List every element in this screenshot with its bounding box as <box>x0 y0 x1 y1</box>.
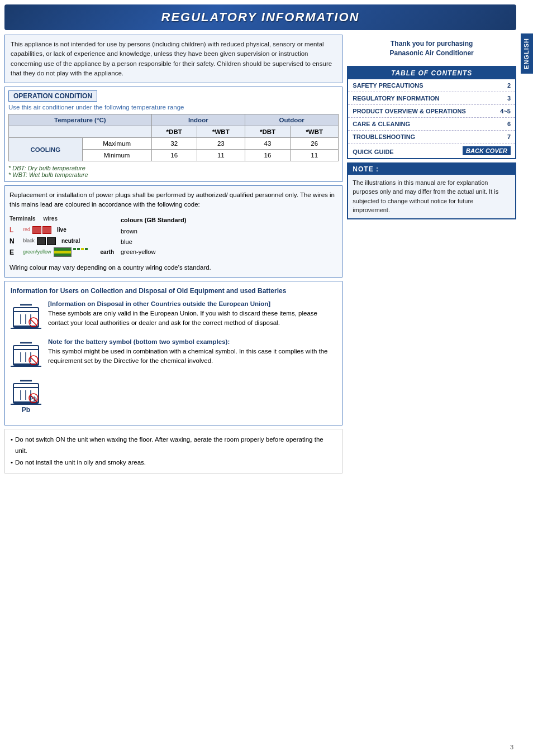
temp-col-header: Temperature (°C) <box>9 114 152 126</box>
operation-condition-subtitle: Use this air conditioner under the follo… <box>8 104 339 111</box>
toc-care-title: CARE & CLEANING <box>353 121 494 127</box>
toc-backcover-label: BACK COVER <box>463 146 511 155</box>
note-box: NOTE : The illustrations in this manual … <box>347 162 516 219</box>
toc-box: TABLE OF CONTENTS SAFETY PRECAUTIONS 2 R… <box>347 66 516 159</box>
black-sub: black <box>23 237 35 245</box>
operation-condition-title: OPERATION CONDITION <box>8 90 97 102</box>
max-indoor-dbt: 32 <box>151 138 197 150</box>
toc-safety-page: 2 <box>494 82 511 89</box>
n-terminal-row: N black neutral <box>9 236 114 246</box>
intro-box: This appliance is not intended for use b… <box>4 35 342 83</box>
outdoor-dbt-header: *DBT <box>245 126 290 138</box>
earth-hash-1 <box>73 248 76 250</box>
outdoor-col-header: Outdoor <box>245 114 338 126</box>
cooling-label: COOLING <box>9 138 83 161</box>
toc-quickguide-title: QUICK GUIDE <box>353 149 393 155</box>
toc-item-quickguide: QUICK GUIDE BACK COVER <box>348 143 515 158</box>
disposal-row-1: [Information on Disposal in other Countr… <box>11 299 336 332</box>
bullet-dot-2: • <box>11 457 13 468</box>
toc-item-safety: SAFETY PRECAUTIONS 2 <box>348 79 515 92</box>
l-connector <box>32 226 51 234</box>
english-tab: ENGLISH <box>521 34 533 74</box>
e-connector <box>54 247 95 257</box>
disposal-text-2: Note for the battery symbol (bottom two … <box>48 337 336 366</box>
disposal-title: Information for Users on Collection and … <box>11 287 336 295</box>
indoor-dbt-header: *DBT <box>151 126 197 138</box>
toc-troubleshooting-title: TROUBLESHOOTING <box>353 133 494 140</box>
disposal-eu-text: These symbols are only valid in the Euro… <box>48 310 317 326</box>
pb-icon: Pb Pb <box>11 375 41 414</box>
wiring-footer: Wiring colour may vary depending on a co… <box>9 263 337 272</box>
page-number: 3 <box>510 744 513 750</box>
l-terminal-row: L red live <box>9 225 114 235</box>
l-conn-1 <box>32 226 41 234</box>
thankyou-box: Thank you for purchasing Panasonic Air C… <box>347 35 516 63</box>
min-label: Minimum <box>82 150 151 161</box>
min-indoor-dbt: 16 <box>151 150 197 161</box>
disposal-battery-text: This symbol might be used in combination… <box>48 348 327 364</box>
main-title: REGULATORY INFORMATION <box>4 4 516 30</box>
bottom-bullets: • Do not switch ON the unit when waxing … <box>4 429 342 473</box>
note-content: The illustrations in this manual are for… <box>348 175 515 218</box>
outdoor-wbt-header: *WBT <box>291 126 339 138</box>
colour-brown: brown <box>121 227 186 236</box>
disposal-eu-heading: [Information on Disposal in other Countr… <box>48 300 270 307</box>
toc-product-page: 4~5 <box>494 108 511 114</box>
thankyou-line1: Thank you for purchasing <box>351 39 512 49</box>
earth-hash-3 <box>81 248 84 250</box>
temperature-table: Temperature (°C) Indoor Outdoor *DBT *WB… <box>8 114 339 161</box>
red-sub: red <box>23 226 30 234</box>
dbt-note: * DBT: Dry bulb temperature <box>8 165 339 171</box>
toc-regulatory-page: 3 <box>494 95 511 102</box>
bullet-text-1: Do not switch ON the unit when waxing th… <box>15 434 336 457</box>
l-label: L <box>9 225 21 235</box>
max-label: Maximum <box>82 138 151 150</box>
toc-safety-title: SAFETY PRECAUTIONS <box>353 82 494 89</box>
earth-hash-4 <box>85 248 88 250</box>
wiring-box: Replacement or installation of power plu… <box>4 185 342 277</box>
n-conn-1 <box>37 237 46 245</box>
table-row: COOLING Maximum 32 23 43 26 <box>9 138 339 150</box>
neutral-label: neutral <box>61 237 80 245</box>
bullet-2: • Do not install the unit in oily and sm… <box>11 457 336 468</box>
toc-item-regulatory: REGULATORY INFORMATION 3 <box>348 92 515 105</box>
bullet-dot-1: • <box>11 434 13 457</box>
l-conn-2 <box>42 226 51 234</box>
toc-regulatory-title: REGULATORY INFORMATION <box>353 95 494 102</box>
weee-icon-1 <box>11 299 41 332</box>
terminals-header: Terminals <box>9 216 36 222</box>
colour-green-yellow: green-yellow <box>121 247 186 257</box>
toc-care-page: 6 <box>494 121 511 127</box>
e-stripe-green2 <box>54 253 71 256</box>
svg-line-9 <box>30 319 37 326</box>
n-label: N <box>9 236 21 246</box>
thankyou-line2: Panasonic Air Conditioner <box>351 49 512 58</box>
wiring-intro: Replacement or installation of power plu… <box>9 190 337 210</box>
green-yellow-sub: green/yellow <box>23 248 51 256</box>
live-label: live <box>57 226 66 234</box>
toc-item-troubleshooting: TROUBLESHOOTING 7 <box>348 131 515 143</box>
disposal-battery-heading: Note for the battery symbol (bottom two … <box>48 338 230 345</box>
terminal-diagram: Terminals wires L red <box>9 214 114 259</box>
wiring-colours: colours (GB Standard) brown blue green-y… <box>121 214 186 258</box>
table-notes: * DBT: Dry bulb temperature * WBT: Wet b… <box>8 165 339 178</box>
bullet-1: • Do not switch ON the unit when waxing … <box>11 434 336 457</box>
toc-item-product: PRODUCT OVERVIEW & OPERATIONS 4~5 <box>348 105 515 118</box>
wires-header: wires <box>43 216 58 222</box>
min-outdoor-wbt: 11 <box>291 150 339 161</box>
pb-label: Pb <box>22 406 30 414</box>
max-outdoor-dbt: 43 <box>245 138 290 150</box>
note-header: NOTE : <box>348 164 515 175</box>
e-terminal-row: E green/yellow <box>9 247 114 257</box>
disposal-section: Information for Users on Collection and … <box>4 281 342 425</box>
e-label: E <box>9 247 21 257</box>
intro-text: This appliance is not intended for use b… <box>11 41 332 76</box>
wiring-diagram: Terminals wires L red <box>9 214 337 259</box>
colours-header: colours (GB Standard) <box>121 216 186 225</box>
min-outdoor-dbt: 16 <box>245 150 290 161</box>
weee-icon-2 <box>11 337 41 370</box>
toc-item-care: CARE & CLEANING 6 <box>348 118 515 131</box>
colour-blue: blue <box>121 237 186 247</box>
indoor-wbt-header: *WBT <box>197 126 245 138</box>
toc-header: TABLE OF CONTENTS <box>348 67 515 79</box>
